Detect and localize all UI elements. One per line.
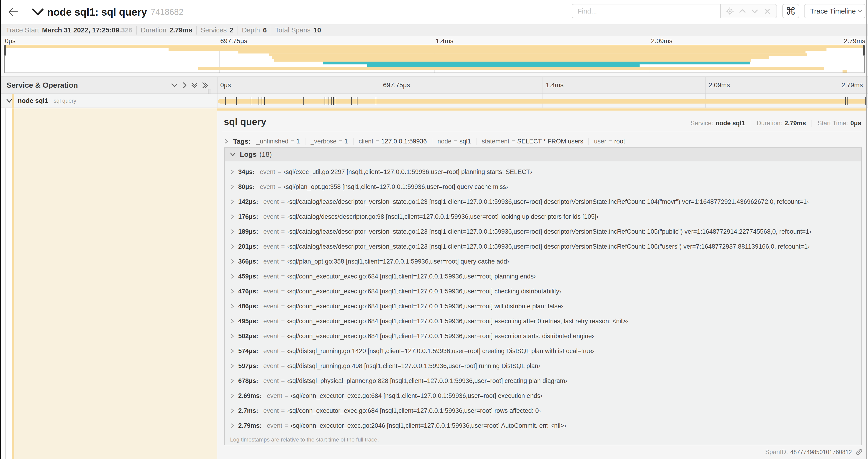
log-row[interactable]: 574μs:event=‹sql/distsql_running.go:1420… [225, 343, 861, 358]
span-log-marker[interactable] [847, 97, 848, 105]
tag-item[interactable]: user=root [594, 138, 625, 145]
span-log-marker[interactable] [376, 97, 376, 105]
collapse-one-icon[interactable] [170, 82, 178, 89]
deep-link-icon[interactable] [855, 448, 863, 456]
tag-equals: = [337, 138, 344, 145]
log-row[interactable]: 80μs:event=‹sql/plan_opt.go:358 [nsql1,c… [225, 179, 861, 194]
log-equals: = [279, 378, 287, 385]
span-log-marker[interactable] [333, 97, 334, 105]
log-row[interactable]: 459μs:event=‹sql/conn_executor_exec.go:6… [225, 269, 861, 284]
detail-divider [222, 131, 862, 131]
span-log-marker[interactable] [236, 97, 237, 105]
tag-key: statement [482, 138, 509, 145]
log-chevron-icon[interactable] [230, 273, 235, 279]
minimap-canvas[interactable] [4, 45, 865, 73]
log-row[interactable]: 597μs:event=‹sql/distsql_running.go:498 … [225, 358, 861, 373]
log-row[interactable]: 502μs:event=‹sql/conn_executor_exec.go:6… [225, 329, 861, 343]
span-log-marker[interactable] [331, 97, 332, 105]
log-row[interactable]: 142μs:event=‹sql/catalog/lease/descripto… [225, 194, 861, 209]
span-log-marker[interactable] [324, 97, 325, 105]
span-duration-bar[interactable] [218, 99, 867, 104]
log-row[interactable]: 176μs:event=‹sql/catalog/descs/descripto… [225, 209, 861, 224]
log-row[interactable]: 2.69ms:event=‹sql/conn_executor_exec.go:… [225, 388, 861, 403]
tag-item[interactable]: client=127.0.0.1:59936 [359, 138, 427, 145]
log-chevron-icon[interactable] [230, 378, 235, 384]
span-log-marker[interactable] [258, 97, 259, 105]
scrollbar[interactable] [866, 0, 867, 459]
log-chevron-icon[interactable] [230, 408, 235, 414]
minimap-left-scrubber[interactable] [4, 45, 6, 72]
log-equals: = [279, 362, 287, 370]
log-row[interactable]: 34μs:event=‹sql/exec_util.go:2297 [nsql1… [225, 164, 861, 179]
log-chevron-icon[interactable] [230, 199, 235, 204]
next-match-icon[interactable] [751, 7, 759, 15]
divider [196, 26, 197, 35]
log-equals: = [279, 318, 287, 325]
span-name[interactable]: node sql1 sql query [18, 94, 76, 107]
log-chevron-icon[interactable] [230, 303, 235, 309]
span-log-marker[interactable] [261, 97, 262, 105]
tag-item[interactable]: _verbose=1 [311, 138, 348, 145]
log-chevron-icon[interactable] [230, 423, 235, 428]
span-log-marker[interactable] [265, 97, 265, 105]
find-input[interactable] [572, 4, 720, 18]
collapse-all-icon[interactable] [190, 82, 198, 89]
log-row[interactable]: 486μs:event=‹sql/conn_executor_exec.go:6… [225, 299, 861, 314]
tag-key: client [359, 138, 373, 145]
tree-indent-guide [5, 108, 6, 459]
span-children-chevron-icon[interactable] [6, 98, 13, 103]
span-log-marker[interactable] [351, 97, 352, 105]
log-row[interactable]: 2.79ms:event=‹sql/conn_executor_exec.go:… [225, 418, 861, 433]
log-chevron-icon[interactable] [230, 393, 235, 399]
log-timestamp: 502μs: [238, 333, 258, 340]
back-button[interactable] [1, 0, 26, 24]
tag-item[interactable]: statement=SELECT * FROM users [482, 138, 583, 145]
log-chevron-icon[interactable] [230, 333, 235, 339]
log-field-value: ‹sql/catalog/lease/descriptor_version_st… [287, 243, 810, 250]
logs-header[interactable]: Logs (18) [225, 148, 861, 161]
log-chevron-icon[interactable] [230, 169, 235, 175]
focus-match-icon[interactable] [726, 7, 734, 15]
collapse-header-chevron-icon[interactable] [32, 8, 43, 16]
log-field-key: event [264, 407, 279, 415]
log-row[interactable]: 678μs:event=‹sql/distsql_physical_planne… [225, 373, 861, 388]
detail-meta-label: Duration: [757, 120, 782, 127]
keyboard-shortcuts-button[interactable]: ⌘ [782, 4, 799, 18]
log-chevron-icon[interactable] [230, 229, 235, 234]
log-row[interactable]: 189μs:event=‹sql/catalog/lease/descripto… [225, 224, 861, 239]
expand-one-icon[interactable] [181, 82, 189, 89]
tag-key: _unfinished [256, 138, 288, 145]
expand-all-icon[interactable] [201, 82, 209, 89]
tag-item[interactable]: node=sql1 [437, 138, 471, 145]
log-chevron-icon[interactable] [230, 363, 235, 369]
log-row[interactable]: 495μs:event=‹sql/conn_executor_exec.go:6… [225, 314, 861, 329]
log-row[interactable]: 201μs:event=‹sql/catalog/lease/descripto… [225, 239, 861, 254]
minimap-right-scrubber[interactable] [863, 45, 865, 72]
span-log-marker[interactable] [357, 97, 358, 105]
log-chevron-icon[interactable] [230, 214, 235, 220]
log-chevron-icon[interactable] [230, 244, 235, 249]
span-log-marker[interactable] [845, 97, 846, 105]
log-chevron-icon[interactable] [230, 289, 235, 294]
tag-item[interactable]: _unfinished=1 [256, 138, 300, 145]
log-row[interactable]: 366μs:event=‹sql/plan_opt.go:358 [nsql1,… [225, 254, 861, 269]
span-log-marker[interactable] [329, 97, 329, 105]
prev-match-icon[interactable] [739, 7, 746, 15]
log-chevron-icon[interactable] [230, 318, 235, 324]
log-row[interactable]: 476μs:event=‹sql/conn_executor_exec.go:6… [225, 284, 861, 299]
detail-left-column[interactable] [14, 108, 217, 459]
span-log-marker[interactable] [251, 97, 251, 105]
span-row[interactable]: node sql1 sql query [1, 94, 868, 108]
log-timestamp: 176μs: [238, 213, 258, 220]
tags-row[interactable]: Tags: _unfinished=1_verbose=1client=127.… [224, 136, 625, 146]
trace-view-selector[interactable]: Trace Timeline [804, 4, 865, 18]
log-chevron-icon[interactable] [230, 348, 235, 354]
log-chevron-icon[interactable] [230, 184, 235, 190]
span-log-marker[interactable] [225, 97, 226, 105]
clear-find-icon[interactable] [764, 7, 771, 15]
log-row[interactable]: 2.7ms:event=‹sql/conn_executor_exec.go:6… [225, 403, 861, 418]
log-chevron-icon[interactable] [230, 259, 235, 264]
log-timestamp: 678μs: [238, 378, 258, 385]
span-log-marker[interactable] [303, 97, 304, 105]
span-log-marker[interactable] [335, 97, 335, 105]
